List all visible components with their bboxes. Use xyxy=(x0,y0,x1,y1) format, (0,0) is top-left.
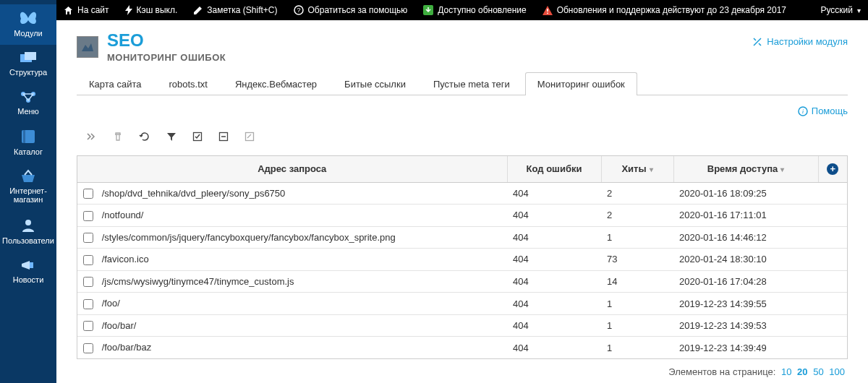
select-all-button[interactable] xyxy=(191,130,204,145)
topbar-label: На сайт xyxy=(77,5,109,15)
tab-broken-links[interactable]: Битые ссылки xyxy=(332,72,418,95)
col-header-time[interactable]: Время доступа▾ xyxy=(673,156,818,183)
sidebar-item-modules[interactable]: Модули xyxy=(0,4,56,45)
sidebar-item-news[interactable]: Новости xyxy=(0,252,56,291)
cell-hits: 1 xyxy=(601,314,673,337)
cell-time: 2020-01-16 14:46:12 xyxy=(673,226,818,249)
sidebar-label: Меню xyxy=(17,107,39,116)
topbar-site-link[interactable]: На сайт xyxy=(64,5,109,15)
user-icon xyxy=(20,218,36,233)
topbar-update[interactable]: Доступно обновление xyxy=(423,5,526,15)
language-selector[interactable]: Русский ▾ xyxy=(820,5,861,15)
cell-url: /favicon.ico xyxy=(102,254,149,264)
basket-icon xyxy=(19,169,38,184)
cell-url: /foo/bar/baz xyxy=(102,342,152,353)
tab-robots[interactable]: robots.txt xyxy=(156,72,219,95)
topbar-label: Доступно обновление xyxy=(438,5,526,15)
col-header-add[interactable]: + xyxy=(818,156,847,183)
cell-hits: 1 xyxy=(601,293,673,315)
topbar-cache-toggle[interactable]: Кэш выкл. xyxy=(125,5,178,15)
page-size-option[interactable]: 10 xyxy=(781,366,791,377)
col-header-hits[interactable]: Хиты▾ xyxy=(601,156,673,183)
plus-icon: + xyxy=(827,163,838,175)
info-icon: i xyxy=(798,106,808,116)
module-icon xyxy=(77,36,98,58)
col-header-url[interactable]: Адрес запроса xyxy=(77,156,507,183)
sort-indicator-icon: ▾ xyxy=(650,165,653,173)
topbar-note[interactable]: Заметка (Shift+C) xyxy=(193,5,277,15)
sort-indicator-icon: ▾ xyxy=(780,165,784,173)
delete-button[interactable] xyxy=(111,130,124,145)
row-checkbox[interactable] xyxy=(83,277,93,287)
cell-time: 2020-01-16 18:09:25 xyxy=(673,182,818,205)
row-checkbox[interactable] xyxy=(83,343,93,353)
cell-hits: 73 xyxy=(601,249,673,271)
sidebar-item-catalog[interactable]: Каталог xyxy=(0,123,56,163)
pagination-label: Элементов на странице: xyxy=(668,366,775,377)
cell-url: /notfound/ xyxy=(102,210,144,220)
deselect-all-button[interactable] xyxy=(217,130,230,145)
page-size-option[interactable]: 50 xyxy=(813,366,823,377)
filter-button[interactable] xyxy=(165,130,178,145)
cell-code: 404 xyxy=(507,270,601,293)
cell-time: 2020-01-16 17:04:28 xyxy=(673,270,818,293)
topbar-help[interactable]: ? Обратиться за помощью xyxy=(294,5,408,15)
sidebar-item-shop[interactable]: Интернет- магазин xyxy=(0,163,56,211)
sidebar-item-users[interactable]: Пользователи xyxy=(0,212,56,252)
cell-time: 2019-12-23 14:39:53 xyxy=(673,314,818,337)
cell-hits: 2 xyxy=(601,182,673,205)
sidebar-item-menu[interactable]: Меню xyxy=(0,84,56,123)
sidebar-label: Каталог xyxy=(14,147,43,156)
nodes-icon xyxy=(19,90,38,104)
table-row[interactable]: /styles/common/js/jquery/fancyboxquery/f… xyxy=(77,226,847,249)
table-row[interactable]: /notfound/40422020-01-16 17:11:01 xyxy=(77,205,847,227)
tab-sitemap[interactable]: Карта сайта xyxy=(77,72,153,95)
table-row[interactable]: /favicon.ico404732020-01-24 18:30:10 xyxy=(77,249,847,271)
svg-text:?: ? xyxy=(297,7,300,14)
cell-time: 2019-12-23 14:39:49 xyxy=(673,337,818,358)
cell-code: 404 xyxy=(507,337,601,358)
edit-button[interactable] xyxy=(243,130,256,145)
refresh-button[interactable] xyxy=(137,130,152,145)
svg-rect-14 xyxy=(80,39,95,55)
cell-code: 404 xyxy=(507,314,601,337)
megaphone-icon xyxy=(20,258,37,272)
table-row[interactable]: /foo/40412019-12-23 14:39:55 xyxy=(77,293,847,315)
topbar-support-expire[interactable]: Обновления и поддержка действуют до 23 д… xyxy=(542,5,786,15)
table-row[interactable]: /foo/bar/40412019-12-23 14:39:53 xyxy=(77,314,847,337)
sidebar-item-structure[interactable]: Структура xyxy=(0,45,56,84)
tab-yandex[interactable]: Яндекс.Вебмастер xyxy=(223,72,329,95)
sidebar-label: Пользователи xyxy=(2,236,54,245)
row-checkbox[interactable] xyxy=(83,189,93,199)
cell-code: 404 xyxy=(507,182,601,205)
table-row[interactable]: /js/cms/wysiwyg/tinymce47/tinymce_custom… xyxy=(77,270,847,293)
expand-button[interactable] xyxy=(84,130,98,145)
row-checkbox[interactable] xyxy=(83,321,93,331)
page-size-option[interactable]: 100 xyxy=(829,366,845,377)
svg-rect-13 xyxy=(547,12,548,14)
col-header-code[interactable]: Код ошибки xyxy=(507,156,601,183)
home-icon xyxy=(64,6,73,15)
question-icon: ? xyxy=(294,5,304,15)
tools-icon xyxy=(752,37,762,47)
row-checkbox[interactable] xyxy=(83,233,93,243)
svg-point-7 xyxy=(25,220,31,225)
settings-link-label: Настройки модуля xyxy=(767,36,848,47)
errors-table: Адрес запроса Код ошибки Хиты▾ Время дос… xyxy=(77,155,848,360)
row-checkbox[interactable] xyxy=(83,299,93,309)
table-row[interactable]: /foo/bar/baz40412019-12-23 14:39:49 xyxy=(77,337,847,358)
tab-error-monitoring[interactable]: Мониторинг ошибок xyxy=(525,72,637,95)
row-checkbox[interactable] xyxy=(83,255,93,265)
row-checkbox[interactable] xyxy=(83,211,93,221)
folders-icon xyxy=(19,51,38,65)
svg-rect-20 xyxy=(246,132,254,140)
help-link[interactable]: i Помощь xyxy=(798,106,848,116)
table-row[interactable]: /shop/dvd_tehnika/dvd_pleery/sony_ps6750… xyxy=(77,182,847,205)
sidebar-label: Модули xyxy=(14,29,42,38)
svg-rect-1 xyxy=(25,52,36,60)
page-size-option[interactable]: 20 xyxy=(797,366,807,377)
sidebar: Модули Структура Меню Каталог Интернет- … xyxy=(0,0,56,383)
module-settings-link[interactable]: Настройки модуля xyxy=(752,36,848,47)
cell-code: 404 xyxy=(507,205,601,227)
tab-empty-meta[interactable]: Пустые meta теги xyxy=(421,72,522,95)
